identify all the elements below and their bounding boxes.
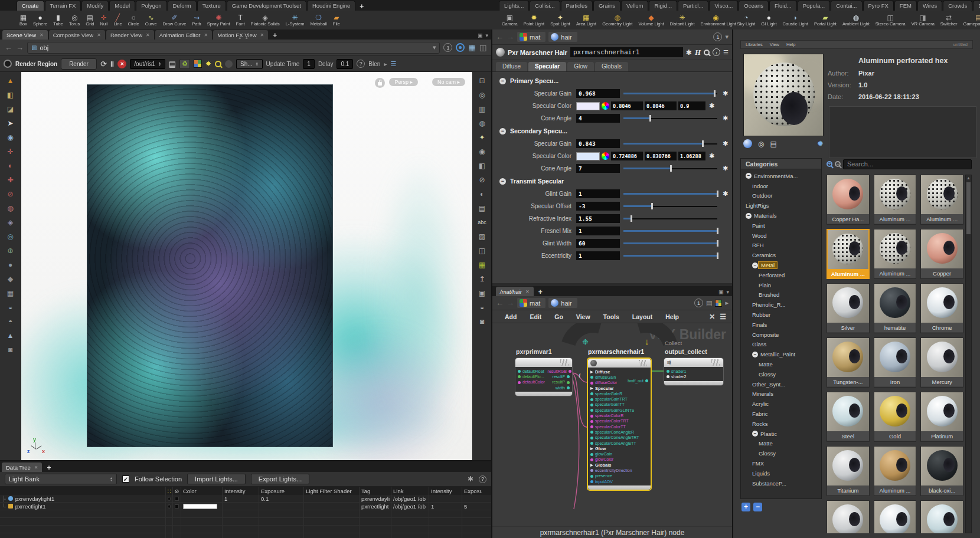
color-checker-icon[interactable]: [194, 60, 202, 68]
export-pointer-icon[interactable]: ▤: [169, 60, 176, 68]
tool-gamepad-camera[interactable]: ▤Gamepad Camera: [961, 11, 980, 29]
tool-stereo-camera[interactable]: ◫Stereo Camera: [873, 11, 909, 29]
viewport-tool-icon-5[interactable]: ✛: [4, 145, 18, 158]
material-platinum[interactable]: Platinum: [920, 392, 963, 442]
back-icon[interactable]: ←: [496, 298, 504, 307]
import-lights-button[interactable]: Import Lights...: [187, 474, 246, 484]
display-option-icon-14[interactable]: ↥: [475, 273, 489, 286]
color-swatch[interactable]: [576, 102, 600, 110]
column-header[interactable]: Light Filter Shader: [303, 487, 359, 495]
display-option-icon-1[interactable]: ◎: [475, 88, 489, 101]
port-dot[interactable]: [590, 475, 593, 478]
add-category-button[interactable]: +: [741, 503, 750, 511]
breadcrumb-hair[interactable]: hair: [548, 298, 577, 308]
link-badge[interactable]: 1: [443, 43, 452, 52]
shelf-tab-wires[interactable]: Wires: [917, 1, 942, 11]
refresh-icon[interactable]: ⟳: [100, 60, 107, 68]
tab-animation-editor[interactable]: Animation Editor✕: [155, 30, 212, 40]
chevron-right-icon[interactable]: ▸: [725, 299, 729, 307]
column-header[interactable]: Tag: [359, 487, 391, 495]
param-slider[interactable]: [623, 215, 717, 222]
param-slider[interactable]: [623, 90, 717, 97]
magnifier-icon[interactable]: [215, 61, 221, 67]
param-tab-globals[interactable]: Globals: [595, 62, 628, 71]
viewport-tool-icon-19[interactable]: ◙: [4, 343, 18, 356]
port-dot[interactable]: [590, 437, 593, 439]
category-matte[interactable]: Matte: [742, 359, 820, 369]
tool-curve[interactable]: ∿Curve: [142, 11, 160, 29]
material-black-oxi-[interactable]: black-oxi...: [920, 446, 963, 496]
gear-flake-icon[interactable]: ✱: [721, 190, 730, 198]
pause-icon[interactable]: ‖: [110, 60, 114, 68]
tool-path[interactable]: ⇝Path: [189, 11, 204, 29]
viewport-tool-icon-14[interactable]: ◆: [4, 273, 18, 286]
tool-null[interactable]: ✛Null: [97, 11, 110, 29]
node-pxrprimvar1[interactable]: defaultFloatresultRGBdefaultFlo...result…: [515, 357, 573, 396]
menu-help[interactable]: Help: [659, 313, 685, 320]
chevron-down-icon[interactable]: ▾: [726, 289, 729, 295]
color-swatch[interactable]: [183, 504, 217, 509]
display-option-icon-12[interactable]: ◫: [475, 244, 489, 257]
menu-icon[interactable]: ☰: [390, 60, 396, 68]
color-wheel-icon[interactable]: [602, 152, 609, 160]
color-component-field[interactable]: 0.9: [678, 101, 705, 110]
sun-brightness-icon[interactable]: ✹: [817, 139, 824, 148]
shelf-tab-visco-[interactable]: Visco...: [709, 1, 738, 11]
chevron-down-icon[interactable]: ▾: [433, 44, 436, 51]
shelf-tab-popula-[interactable]: Popula...: [798, 1, 831, 11]
zoom-out-icon[interactable]: −: [835, 161, 841, 167]
tool-camera[interactable]: ▣Camera: [499, 11, 521, 29]
category-phenolic-r-[interactable]: Phenolic_R...: [742, 300, 820, 310]
close-icon[interactable]: ✕: [204, 32, 208, 38]
update-time-field[interactable]: 1: [303, 59, 315, 69]
link-badge[interactable]: 1: [694, 298, 703, 307]
category-rocks[interactable]: Rocks: [742, 419, 820, 429]
display-option-icon-7[interactable]: ⊘: [475, 173, 489, 186]
color-component-field[interactable]: 0.8046: [611, 101, 643, 110]
magnifier-icon[interactable]: [704, 50, 710, 55]
menu-tools[interactable]: Tools: [597, 313, 626, 320]
shading-selector[interactable]: Sh...▲▼: [236, 59, 263, 69]
viewport-tool-icon-9[interactable]: ◍: [4, 202, 18, 215]
tool-font[interactable]: TFont: [233, 11, 248, 29]
link-badge[interactable]: 1: [713, 32, 722, 41]
render-region-icon[interactable]: [4, 60, 12, 68]
tool-distant-light[interactable]: ✳Distant Light: [667, 11, 698, 29]
viewport-tool-icon-6[interactable]: ◐: [4, 159, 18, 172]
shelf-tab-houdini-engine[interactable]: Houdini Engine: [307, 1, 355, 11]
viewport-tool-icon-0[interactable]: ▲: [4, 74, 18, 87]
port-dot[interactable]: [590, 409, 593, 412]
viewport-tool-icon-10[interactable]: ◈: [4, 216, 18, 229]
tool-switcher[interactable]: ⇄Switcher: [937, 11, 961, 29]
gear-flake-icon[interactable]: ✱: [721, 165, 730, 172]
material-aluminum-[interactable]: Aluminum ...: [874, 446, 917, 496]
param-value-field[interactable]: 1: [576, 227, 620, 235]
gear-flake-icon[interactable]: ✱: [686, 48, 692, 57]
tool-volume-light[interactable]: ◆Volume Light: [635, 11, 667, 29]
viewport-tool-icon-15[interactable]: ▦: [4, 287, 18, 300]
material-hematite[interactable]: hematite: [874, 283, 917, 333]
new-tab-button[interactable]: +: [269, 31, 280, 40]
close-icon[interactable]: ✕: [260, 32, 264, 38]
help-icon[interactable]: ?: [357, 60, 365, 68]
breadcrumb-hair[interactable]: hair: [548, 32, 577, 42]
category-lightrigs[interactable]: LightRigs: [742, 201, 820, 211]
display-option-icon-11[interactable]: ▨: [475, 230, 489, 243]
port-dot[interactable]: [590, 415, 593, 418]
param-tab-specular[interactable]: Specular: [528, 62, 566, 71]
material-aluminum-[interactable]: Aluminum ...: [874, 229, 917, 279]
light-bank-selector[interactable]: Light Bank▲▼: [5, 474, 117, 484]
material-iron[interactable]: Iron: [874, 337, 917, 388]
port-dot[interactable]: [590, 464, 593, 467]
viewport-tool-icon-17[interactable]: ◓: [4, 315, 18, 328]
recycle-icon[interactable]: ♻: [179, 59, 190, 69]
tool-environment-light[interactable]: ◉Environment Light: [697, 11, 734, 29]
category-plain[interactable]: Plain: [742, 280, 820, 290]
tool-file[interactable]: ▰File: [330, 11, 343, 29]
tools-wrench-icon[interactable]: ✕: [709, 313, 715, 321]
snapshot-icon[interactable]: ◫: [479, 43, 486, 52]
menu-add[interactable]: Add: [498, 313, 523, 320]
tool-portal-light[interactable]: ▰Portal Light: [811, 11, 839, 29]
material-gold[interactable]: Gold: [874, 392, 917, 442]
collapse-icon[interactable]: −: [752, 263, 758, 268]
